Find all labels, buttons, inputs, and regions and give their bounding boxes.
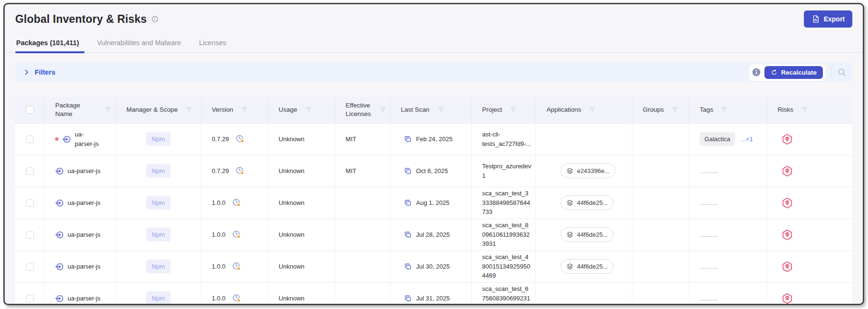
clock-warning-icon[interactable]: [232, 262, 241, 271]
tab-licenses[interactable]: Licenses: [198, 36, 227, 52]
project-name: ast-cli-tests_ac727fd9-...: [482, 131, 531, 147]
filters-toggle[interactable]: Filters: [23, 68, 56, 76]
manager-badge: Npm: [146, 164, 171, 178]
copy-icon[interactable]: [404, 167, 412, 175]
dependency-icon: [62, 135, 71, 144]
funnel-icon[interactable]: [721, 106, 728, 113]
app-window: Global Inventory & Risks Export Packages…: [3, 3, 864, 305]
layers-icon: [566, 199, 573, 206]
recalculate-button[interactable]: Recalculate: [764, 66, 823, 79]
clock-warning-icon[interactable]: [236, 135, 245, 144]
title-info-icon[interactable]: [151, 15, 159, 23]
copy-icon[interactable]: [404, 199, 412, 207]
copy-icon[interactable]: [404, 294, 412, 302]
row-checkbox[interactable]: [26, 167, 34, 175]
funnel-icon[interactable]: [671, 106, 678, 113]
row-checkbox[interactable]: [26, 263, 34, 270]
dependency-icon: [55, 231, 64, 239]
malicious-risk-icon[interactable]: [782, 134, 849, 145]
package-name[interactable]: ua-parser-js: [67, 262, 100, 271]
usage-value: Unknown: [279, 295, 305, 302]
package-name[interactable]: ua-parser-js: [67, 294, 100, 303]
package-name[interactable]: ua-parser-js: [67, 166, 100, 176]
table-row[interactable]: ua-parser-js Npm 1.0.0 Unknown Jul 28, 2…: [15, 219, 852, 251]
application-id: 44f6de25...: [577, 262, 608, 271]
recalculate-group: Recalculate: [749, 64, 825, 81]
usage-value: Unknown: [279, 167, 305, 174]
tab-packages[interactable]: Packages (101,411): [15, 36, 80, 52]
funnel-icon[interactable]: [185, 106, 192, 113]
table-row[interactable]: ua-parser-js Npm 0.7.29 Unknown MIT Oct …: [15, 155, 852, 187]
copy-icon[interactable]: [404, 135, 412, 143]
dependency-icon: [55, 167, 64, 175]
empty-tags-dash: [700, 236, 718, 237]
page-title: Global Inventory & Risks: [15, 13, 147, 26]
select-all-checkbox[interactable]: [26, 106, 34, 114]
empty-tags-dash: [700, 300, 718, 300]
funnel-icon[interactable]: [510, 106, 517, 113]
clock-warning-icon[interactable]: [232, 198, 241, 207]
application-chip[interactable]: 44f6de25...: [561, 259, 613, 274]
manager-badge: Npm: [146, 196, 171, 210]
alert-dot: [55, 137, 58, 141]
funnel-icon[interactable]: [801, 106, 808, 113]
package-name[interactable]: ua-parser-js: [75, 130, 101, 148]
search-icon[interactable]: [837, 68, 847, 77]
funnel-icon[interactable]: [305, 106, 312, 113]
tag-chip: Galactica: [700, 132, 735, 146]
malicious-risk-icon[interactable]: [782, 229, 849, 241]
row-checkbox[interactable]: [26, 199, 34, 207]
row-checkbox[interactable]: [26, 295, 34, 302]
refresh-icon: [771, 69, 778, 76]
application-id: 44f6de25...: [577, 230, 608, 240]
manager-badge: Npm: [146, 132, 171, 146]
funnel-icon[interactable]: [589, 106, 596, 113]
export-doc-icon: [811, 15, 820, 23]
malicious-risk-icon[interactable]: [782, 261, 849, 272]
usage-value: Unknown: [279, 135, 305, 143]
last-scan-date: Aug 1, 2025: [416, 198, 449, 208]
page-header: Global Inventory & Risks Export: [5, 4, 863, 28]
funnel-icon[interactable]: [437, 106, 444, 113]
application-chip[interactable]: 44f6de25...: [561, 195, 613, 211]
last-scan-date: Jul 31, 2025: [416, 294, 450, 303]
row-checkbox[interactable]: [26, 135, 34, 143]
malicious-risk-icon[interactable]: [782, 197, 849, 209]
tags-more-link[interactable]: ...+1: [741, 135, 753, 144]
copy-icon[interactable]: [404, 231, 412, 239]
table-row[interactable]: ua-parser-js Npm 1.0.0 Unknown Aug 1, 20…: [15, 187, 852, 219]
manager-badge: Npm: [146, 228, 171, 242]
export-button[interactable]: Export: [804, 10, 852, 28]
usage-value: Unknown: [279, 199, 305, 206]
empty-tags-dash: [700, 268, 718, 269]
chevron-right-icon: [23, 68, 30, 76]
recalculate-info-icon[interactable]: [752, 68, 761, 77]
funnel-icon[interactable]: [105, 106, 112, 113]
license-value: MIT: [346, 135, 356, 143]
dependency-icon: [55, 294, 64, 303]
malicious-risk-icon[interactable]: [782, 293, 849, 304]
clock-warning-icon[interactable]: [236, 166, 245, 175]
table-header-row: Package Name Manager & Scope Version Usa…: [15, 97, 852, 123]
funnel-icon[interactable]: [241, 106, 248, 113]
clock-warning-icon[interactable]: [232, 294, 241, 303]
table-row[interactable]: ua-parser-js Npm 0.7.29 Unknown MIT Feb …: [15, 123, 852, 155]
clock-warning-icon[interactable]: [232, 230, 241, 239]
export-label: Export: [824, 15, 845, 23]
tab-vulnerabilities-and-malware[interactable]: Vulnerabilities and Malware: [96, 36, 182, 52]
copy-icon[interactable]: [404, 262, 412, 270]
application-chip[interactable]: e243396e...: [561, 164, 615, 179]
funnel-icon[interactable]: [379, 106, 386, 113]
filter-bar: Filters Recalculate: [15, 62, 852, 82]
table-row[interactable]: ua-parser-js Npm 1.0.0 Unknown Jul 30, 2…: [15, 251, 852, 282]
table-row[interactable]: ua-parser-js Npm 1.0.0 Unknown Jul 31, 2…: [15, 282, 852, 305]
usage-value: Unknown: [279, 231, 305, 238]
column-header-groups: Groups: [643, 106, 664, 114]
package-name[interactable]: ua-parser-js: [67, 230, 100, 240]
version-value: 1.0.0: [212, 294, 226, 303]
row-checkbox[interactable]: [26, 231, 34, 239]
package-name[interactable]: ua-parser-js: [67, 198, 100, 208]
malicious-risk-icon[interactable]: [782, 165, 849, 177]
application-chip[interactable]: 44f6de25...: [561, 227, 613, 242]
dependency-icon: [55, 199, 64, 207]
